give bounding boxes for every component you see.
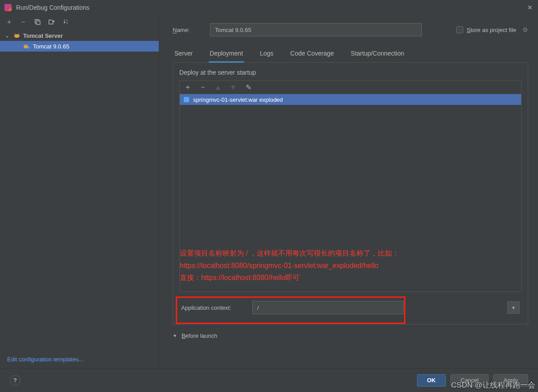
tab-code-coverage[interactable]: Code Coverage xyxy=(289,46,335,62)
annotation-line: https://localhost:8080/springmvc-01-serv… xyxy=(180,260,399,272)
name-label: Name: xyxy=(173,27,210,33)
window-title: Run/Debug Configurations xyxy=(16,4,526,11)
svg-rect-1 xyxy=(36,21,40,24)
tree-node-tomcat-server[interactable]: ⌄ Tomcat Server xyxy=(0,30,159,41)
right-panel: Name: Store as project file ⚙ Server Dep… xyxy=(159,15,538,368)
svg-text:2: 2 xyxy=(66,22,68,24)
save-config-icon[interactable] xyxy=(48,18,55,25)
dropdown-icon[interactable]: ▼ xyxy=(507,301,520,314)
sidebar: ＋ － 12 ⌄ Tomcat Server xyxy=(0,15,159,368)
tomcat-local-icon xyxy=(23,43,30,50)
edit-templates-link[interactable]: Edit configuration templates... xyxy=(7,356,83,363)
add-artifact-icon[interactable]: ＋ xyxy=(184,83,191,92)
store-checkbox[interactable] xyxy=(456,26,463,33)
deploy-list-container: ＋ － ▲ ▼ ✎ springmvc-01-servlet:war explo… xyxy=(179,80,522,292)
before-launch-label: Before launch xyxy=(182,332,217,339)
chevron-down-icon: ▼ xyxy=(173,333,177,338)
chevron-down-icon: ⌄ xyxy=(5,33,11,38)
copy-config-icon[interactable] xyxy=(34,18,41,25)
list-item[interactable]: springmvc-01-servlet:war exploded xyxy=(180,94,521,105)
add-config-icon[interactable]: ＋ xyxy=(5,18,12,25)
tab-server[interactable]: Server xyxy=(174,46,194,62)
config-tree: ⌄ Tomcat Server Tomcat 9.0.65 xyxy=(0,28,159,351)
help-icon[interactable]: ? xyxy=(10,375,20,386)
title-bar: Run/Debug Configurations ✕ xyxy=(0,0,538,15)
remove-config-icon[interactable]: － xyxy=(20,18,27,25)
tree-node-label: Tomcat 9.0.65 xyxy=(33,43,69,50)
tree-node-label: Tomcat Server xyxy=(23,32,63,39)
main-container: ＋ － 12 ⌄ Tomcat Server xyxy=(0,15,538,368)
artifact-label: springmvc-01-servlet:war exploded xyxy=(193,96,283,103)
svg-point-4 xyxy=(14,34,20,38)
annotation-line: 直接：https://localhost:8080/hello即可 xyxy=(180,272,399,284)
move-up-icon: ▲ xyxy=(214,84,222,92)
svg-rect-6 xyxy=(28,47,30,48)
store-block: Store as project file ⚙ xyxy=(456,26,528,33)
sort-config-icon[interactable]: 12 xyxy=(62,18,69,25)
name-input[interactable] xyxy=(210,23,422,36)
annotation-line: 设置项目名称映射为 / ，这样就不用每次写很长的项目名称了，比如： xyxy=(180,247,399,259)
tab-startup-connection[interactable]: Startup/Connection xyxy=(350,46,405,62)
ok-button[interactable]: OK xyxy=(417,374,446,387)
before-launch-row[interactable]: ▼ Before launch xyxy=(173,332,528,340)
tomcat-icon xyxy=(13,32,20,39)
deploy-toolbar: ＋ － ▲ ▼ ✎ xyxy=(180,81,521,94)
annotation-text: 设置项目名称映射为 / ，这样就不用每次写很长的项目名称了，比如： https:… xyxy=(180,247,399,284)
svg-point-5 xyxy=(24,45,28,48)
deploy-section: Deploy at the server startup ＋ － ▲ ▼ ✎ s… xyxy=(173,63,528,324)
tree-node-tomcat-instance[interactable]: Tomcat 9.0.65 xyxy=(0,41,159,52)
move-down-icon: ▼ xyxy=(230,84,237,92)
deploy-list[interactable]: springmvc-01-servlet:war exploded 设置项目名称… xyxy=(180,94,521,292)
edit-artifact-icon[interactable]: ✎ xyxy=(245,83,252,92)
watermark: CSDN @让线程再跑一会 xyxy=(451,380,535,390)
store-label: Store as project file xyxy=(467,27,516,33)
tabs: Server Deployment Logs Code Coverage Sta… xyxy=(173,46,528,63)
tab-logs[interactable]: Logs xyxy=(259,46,274,62)
gear-icon[interactable]: ⚙ xyxy=(522,26,528,33)
name-row: Name: Store as project file ⚙ xyxy=(173,23,528,36)
artifact-icon xyxy=(183,96,190,103)
remove-artifact-icon[interactable]: － xyxy=(199,83,206,92)
sidebar-toolbar: ＋ － 12 xyxy=(0,15,159,28)
edit-templates-link-container: Edit configuration templates... xyxy=(0,351,159,368)
deploy-section-label: Deploy at the server startup xyxy=(179,69,522,76)
app-context-label: Application context: xyxy=(181,304,252,311)
close-icon[interactable]: ✕ xyxy=(526,4,534,11)
app-context-input[interactable] xyxy=(252,301,404,314)
tab-deployment[interactable]: Deployment xyxy=(209,46,244,63)
app-context-row: Application context: ▼ xyxy=(179,298,522,317)
app-icon xyxy=(4,4,12,11)
